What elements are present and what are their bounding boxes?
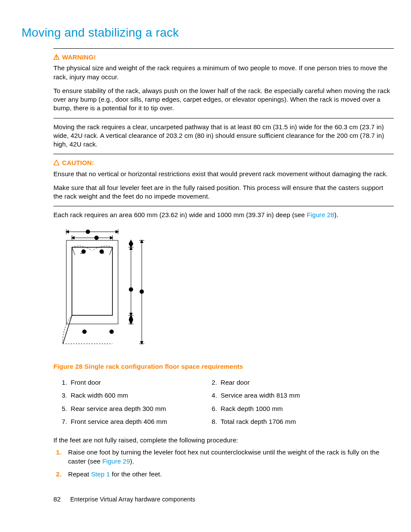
- rule-after-caution: [53, 206, 394, 206]
- svg-point-25: [94, 236, 99, 240]
- legend-num: 5.: [56, 402, 69, 415]
- legend-text: Total rack depth 1706 mm: [219, 415, 396, 428]
- svg-point-1: [56, 58, 57, 59]
- legend-text: Rear service area depth 300 mm: [69, 402, 206, 415]
- footer-title: Enterprise Virtual Array hardware compon…: [70, 496, 196, 503]
- step-text-a: Repeat: [68, 470, 91, 478]
- svg-point-28: [129, 242, 133, 246]
- legend-text: Rack depth 1000 mm: [219, 402, 396, 415]
- legend-text: Rear door: [219, 376, 396, 389]
- legend-text: Service area width 813 mm: [219, 389, 396, 402]
- clearance-paragraph: Moving the rack requires a clear, uncarp…: [53, 123, 394, 149]
- figure-28-diagram: [53, 225, 394, 354]
- svg-line-5: [109, 247, 112, 255]
- step-number: 1.: [56, 448, 68, 466]
- legend-text: Rack width 600 mm: [69, 389, 206, 402]
- section-heading: Moving and stabilizing a rack: [22, 26, 394, 40]
- legend-num: 8.: [206, 415, 219, 428]
- figure-29-link[interactable]: Figure 29: [103, 457, 130, 465]
- rule-top: [53, 48, 394, 49]
- step-text: Raise one foot by turning the leveler fo…: [68, 448, 394, 466]
- svg-rect-3: [72, 247, 112, 315]
- step-1-link[interactable]: Step 1: [91, 470, 110, 478]
- svg-point-26: [81, 249, 86, 254]
- svg-point-33: [109, 330, 114, 334]
- figure-28-caption: Figure 28 Single rack configuration floo…: [53, 362, 394, 371]
- figure-legend: 1. Front door 2. Rear door 3. Rack width…: [56, 376, 396, 428]
- step-text: Repeat Step 1 for the other feet.: [68, 470, 162, 479]
- caution-admonition: CAUTION: Ensure that no vertical or hori…: [53, 159, 394, 201]
- warning-title: WARNING!: [53, 53, 394, 62]
- list-item: 1. Raise one foot by turning the leveler…: [56, 448, 394, 466]
- legend-num: 3.: [56, 389, 69, 402]
- warning-icon: [53, 53, 59, 62]
- step-number: 2.: [56, 470, 68, 479]
- table-row: 3. Rack width 600 mm 4. Service area wid…: [56, 389, 396, 402]
- legend-num: 2.: [206, 376, 219, 389]
- table-row: 7. Front service area depth 406 mm 8. To…: [56, 415, 396, 428]
- legend-text: Front door: [69, 376, 206, 389]
- area-paragraph: Each rack requires an area 600 mm (23.62…: [53, 211, 394, 219]
- svg-point-29: [129, 287, 133, 292]
- list-item: 2. Repeat Step 1 for the other feet.: [56, 470, 394, 479]
- area-text-prefix: Each rack requires an area 600 mm (23.62…: [53, 211, 307, 218]
- legend-num: 4.: [206, 389, 219, 402]
- table-row: 1. Front door 2. Rear door: [56, 376, 396, 389]
- caution-paragraph-2: Make sure that all four leveler feet are…: [53, 184, 394, 201]
- svg-point-27: [100, 249, 104, 254]
- area-text-suffix: ).: [334, 211, 338, 218]
- legend-num: 1.: [56, 376, 69, 389]
- warning-admonition: WARNING! The physical size and weight of…: [53, 53, 394, 113]
- rule-after-warning: [53, 118, 394, 118]
- procedure-intro: If the feet are not fully raised, comple…: [53, 436, 394, 445]
- warning-label: WARNING!: [62, 53, 96, 61]
- caution-paragraph-1: Ensure that no vertical or horizontal re…: [53, 170, 394, 178]
- step-text-b: ).: [130, 457, 134, 465]
- svg-point-30: [140, 289, 144, 294]
- legend-text: Front service area depth 406 mm: [69, 415, 206, 428]
- figure-28-link[interactable]: Figure 28: [307, 211, 334, 218]
- table-row: 5. Rear service area depth 300 mm 6. Rac…: [56, 402, 396, 415]
- caution-title: CAUTION:: [53, 159, 394, 168]
- rule-before-caution: [53, 154, 394, 154]
- legend-num: 6.: [206, 402, 219, 415]
- svg-point-31: [129, 317, 133, 322]
- caution-label: CAUTION:: [62, 159, 94, 166]
- page-number: 82: [53, 495, 61, 503]
- svg-point-24: [86, 230, 90, 234]
- svg-point-32: [82, 330, 87, 334]
- procedure-list: 1. Raise one foot by turning the leveler…: [53, 448, 394, 479]
- step-text-b: for the other feet.: [110, 470, 162, 478]
- warning-paragraph-1: The physical size and weight of the rack…: [53, 64, 394, 81]
- page-footer: 82 Enterprise Virtual Array hardware com…: [53, 495, 195, 503]
- caution-icon: [53, 159, 59, 168]
- svg-line-4: [72, 247, 75, 255]
- legend-num: 7.: [56, 415, 69, 428]
- warning-paragraph-2: To ensure stability of the rack, always …: [53, 87, 394, 113]
